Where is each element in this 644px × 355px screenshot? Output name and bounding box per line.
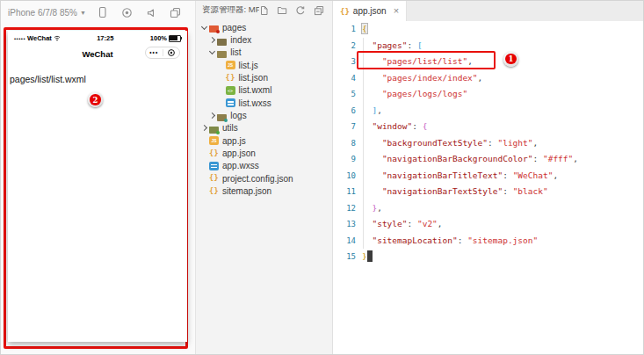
tree-item-sitemap.json[interactable]: sitemap.json (196, 185, 332, 197)
code-line-5[interactable]: 5 "pages/logs/logs" (333, 86, 644, 103)
tree-item-label: index (230, 35, 251, 45)
code-line-8[interactable]: 8 "backgroundTextStyle": "light", (333, 135, 644, 152)
code-line-6[interactable]: 6 ], (333, 103, 644, 120)
tree-item-label: app.json (222, 149, 256, 158)
line-text: "style": "v2", (362, 216, 443, 233)
annotation-badge-1-number: 1 (505, 54, 517, 65)
code-line-11[interactable]: 11 "navigationBarTextStyle": "black" (333, 184, 644, 200)
device-icon[interactable] (97, 6, 108, 18)
capsule-button[interactable]: ••• (145, 47, 180, 59)
tree-item-index[interactable]: index (196, 33, 332, 46)
line-number: 1 (333, 21, 362, 38)
tree-item-utils[interactable]: utils (196, 122, 332, 134)
code-line-10[interactable]: 10 "navigationBarTitleText": "WeChat", (333, 168, 644, 185)
tree-item-label: project.config.json (222, 174, 293, 184)
line-number: 13 (333, 216, 362, 233)
code-line-14[interactable]: 14 "sitemapLocation": "sitemap.json" (333, 233, 644, 250)
tree-item-project.config.json[interactable]: project.config.json (196, 172, 332, 185)
line-number: 4 (333, 70, 362, 87)
tree-item-label: utils (222, 123, 238, 133)
line-text: ], (362, 103, 382, 120)
battery-percent: 100% (150, 34, 167, 42)
windows-icon[interactable] (170, 7, 181, 18)
tree-item-label: list.js (239, 61, 258, 70)
carrier-label: WeChat (27, 34, 52, 42)
signal-dots-icon: ••••• (14, 36, 25, 41)
chevron-right-icon[interactable] (207, 38, 217, 42)
more-icon[interactable]: ••• (146, 47, 163, 58)
chevron-down-icon[interactable] (207, 51, 217, 54)
tree-item-app.js[interactable]: app.js (196, 134, 332, 147)
code-line-13[interactable]: 13 "style": "v2", (333, 216, 644, 233)
tree-item-label: list (230, 47, 241, 57)
json-icon (209, 149, 219, 158)
code-line-4[interactable]: 4 "pages/index/index", (333, 70, 644, 87)
tree-item-label: logs (230, 111, 246, 120)
record-icon[interactable] (121, 7, 133, 18)
phone-status-bar: ••••• WeChat 17:25 100% (8, 31, 187, 43)
annotation-box-code-line3 (357, 51, 496, 69)
folder-logs-icon (217, 114, 227, 121)
chevron-right-icon[interactable] (199, 126, 209, 130)
line-text: "window": { (362, 119, 427, 135)
chevron-down-icon[interactable] (199, 26, 209, 29)
line-number: 12 (333, 200, 362, 217)
mini-program-page-text: pages/list/list.wxml (10, 74, 187, 84)
tree-item-list.json[interactable]: list.json (196, 71, 332, 83)
line-text: "navigationBarTextStyle": "black" (362, 184, 548, 200)
exit-target-icon[interactable] (163, 48, 180, 57)
new-file-icon[interactable] (259, 5, 269, 16)
close-icon[interactable]: × (394, 6, 399, 16)
new-folder-icon[interactable] (277, 5, 287, 15)
tree-item-pages[interactable]: pages (196, 21, 332, 33)
json-icon (226, 74, 235, 83)
refresh-icon[interactable] (295, 5, 306, 16)
tree-item-list.wxss[interactable]: list.wxss (196, 97, 332, 109)
code-line-7[interactable]: 7 "window": { (333, 119, 644, 135)
tree-item-app.json[interactable]: app.json (196, 147, 332, 159)
tree-item-list[interactable]: list (196, 47, 332, 59)
line-text: "pages/index/index", (362, 70, 482, 87)
line-number: 14 (333, 233, 362, 250)
code-line-15[interactable]: 15} (333, 249, 644, 265)
status-time: 17:25 (97, 34, 113, 42)
file-tree: pagesindexlistlist.jslist.jsonlist.wxmll… (196, 19, 332, 198)
mute-icon[interactable] (146, 7, 156, 18)
tree-item-app.wxss[interactable]: app.wxss (196, 160, 332, 172)
tree-item-list.wxml[interactable]: list.wxml (196, 84, 332, 97)
code-line-12[interactable]: 12 }, (333, 200, 644, 217)
line-number: 11 (333, 184, 362, 200)
tree-item-list.js[interactable]: list.js (196, 59, 332, 71)
phone-nav-bar: WeChat ••• (8, 43, 187, 66)
explorer-actions (259, 5, 324, 16)
file-explorer-panel: 资源管理器: MP_01 pagesindexlistlist.jslist.j… (196, 1, 333, 355)
line-text: "pages/logs/logs" (362, 86, 467, 103)
wxss-icon (209, 162, 219, 170)
chevron-right-icon[interactable] (207, 113, 217, 118)
tree-item-label: app.wxss (222, 161, 259, 170)
tree-item-label: list.wxss (239, 98, 271, 108)
folder-open-icon (217, 51, 227, 58)
wechat-devtools-window: iPhone 6/7/8 85% ▼ ••••• WeChat 17:25 (0, 0, 644, 355)
line-number: 10 (333, 168, 362, 185)
editor-panel: {} app.json × 1{2 "pages": [3 "pages/lis… (333, 1, 644, 355)
annotation-badge-1: 1 (503, 52, 518, 67)
line-number: 9 (333, 151, 362, 168)
line-number: 8 (333, 135, 362, 152)
device-selector-label: iPhone 6/7/8 85% (8, 8, 77, 18)
annotation-badge-2: 2 (88, 92, 103, 107)
line-text: "navigationBarBackgroundColor": "#fff", (362, 151, 578, 168)
collapse-all-icon[interactable] (314, 5, 324, 16)
tree-item-logs[interactable]: logs (196, 109, 332, 121)
tree-item-label: app.js (222, 136, 246, 146)
tab-label: app.json (353, 6, 387, 16)
device-selector[interactable]: iPhone 6/7/8 85% ▼ (8, 8, 86, 18)
simulator-toolbar-icons (97, 6, 181, 18)
tree-item-label: list.json (239, 73, 268, 83)
code-line-9[interactable]: 9 "navigationBarBackgroundColor": "#fff"… (333, 151, 644, 168)
tab-app-json[interactable]: {} app.json × (333, 1, 407, 21)
line-number: 5 (333, 86, 362, 103)
line-text: "navigationBarTitleText": "WeChat", (362, 168, 558, 185)
text-cursor (367, 250, 373, 262)
code-line-1[interactable]: 1{ (333, 21, 644, 38)
